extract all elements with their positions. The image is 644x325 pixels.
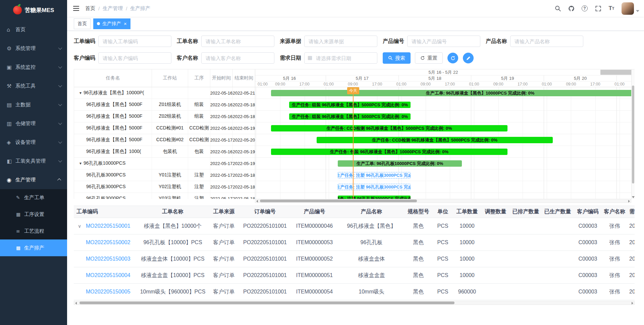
order-code-link[interactable]: MO202205150005 [86, 289, 130, 295]
sidebar-item-equipment-management[interactable]: ◈设备管理 [0, 133, 67, 152]
table-row[interactable]: ∨MO20220515000296孔孔板【10000】PCS客户订单PO2022… [74, 234, 635, 251]
work-order-code-input[interactable] [98, 36, 171, 47]
form-label: 工单名称 [177, 38, 198, 45]
sidebar-item-master-data[interactable]: ▤主数据 [0, 95, 67, 114]
gantt-bar[interactable]: 生产工单: 96孔孔板10000PCS 完成比例: 0% [338, 160, 462, 167]
sidebar-item-system-management[interactable]: ⚙系统管理 [0, 39, 67, 58]
order-code-cell: ∨MO202205150003 [74, 256, 138, 262]
gantt-table-row[interactable]: 96孔移液盒【黑色】5000FCCD检测#01CCD检测2022-05-1620… [74, 122, 255, 134]
sidebar-subitem-production-work-order[interactable]: ✎生产工单 [0, 189, 67, 206]
order-code-link[interactable]: MO202205150001 [86, 223, 130, 229]
start-time-cell: 2022-05-17 [210, 158, 233, 169]
scrollbar-thumb[interactable] [79, 302, 454, 304]
end-time-cell: 2022-05-18 [233, 181, 255, 193]
gantt-table-row[interactable]: 96孔孔板3000PCSY03注塑机注塑2022-05-172022-05-18 [74, 193, 255, 199]
gantt-table-row[interactable]: 96孔孔板3000PCSY02注塑机注塑2022-05-172022-05-18 [74, 181, 255, 193]
table-row[interactable]: ∨MO202205150004移液盒盒盖【10000】PCS客户订单PO2022… [74, 267, 635, 284]
table-row[interactable]: ∨MO202205150003移液盒盒体【10000】PCS客户订单PO2022… [74, 251, 635, 267]
gantt-table-row[interactable]: 96孔移液盒【黑色】5000FZ01组装机组装2022-05-162022-05… [74, 99, 255, 111]
orders-column-header: 客户编码 [574, 208, 602, 215]
gantt-bar[interactable]: 生产任务: 组装 96孔移液盒【黑色】5000PCS 完成比例: 0% [289, 102, 410, 108]
customer-code-input[interactable] [98, 52, 171, 64]
order-code-link[interactable]: MO202205150003 [86, 256, 130, 262]
form-label: 需求日期 [280, 55, 301, 62]
close-icon[interactable]: × [124, 21, 127, 26]
breadcrumb-item-home[interactable]: 首页 [85, 5, 95, 12]
breadcrumb-item-production-scheduling[interactable]: 生产排产 [130, 5, 150, 12]
scroll-left-arrow-icon[interactable] [256, 200, 258, 203]
gantt-table-row[interactable]: 96孔移液盒【黑色】5000FZ02组装机组装2022-05-162022-05… [74, 111, 255, 122]
refresh-circle-button[interactable] [447, 53, 458, 63]
expand-caret-icon[interactable]: ▾ [79, 91, 82, 95]
breadcrumb-item-production-management[interactable]: 生产管理 [103, 5, 123, 12]
scroll-left-arrow-icon[interactable] [75, 302, 77, 305]
gantt-bar[interactable]: 生产任务: CCD检测 96孔移液盒【黑色】5000PCS 完成比例: 0% [271, 125, 507, 131]
gantt-scrollbar-row [74, 199, 635, 203]
orders-column-header: 工单来源 [208, 208, 240, 215]
gantt-bar[interactable]: 生产任务: CCD检测 96孔移液盒【黑色】5000PCS 完成比例: 0% [317, 137, 553, 143]
gantt-bar[interactable]: 生产任务: 组装 96孔移液盒【黑色】5000PCS 完成比例: 0% [289, 113, 410, 120]
demand-date-input[interactable] [304, 52, 377, 64]
gantt-bar[interactable]: 生产任务: 包装 96孔移液盒【黑色】10000PCS 完成比例: 0% [271, 149, 507, 155]
avatar[interactable] [622, 2, 634, 15]
form-label: 工单编码 [74, 38, 95, 45]
sidebar-item-fixture-management[interactable]: ◧工装夹具管理 [0, 152, 67, 170]
input-wrap [407, 36, 480, 47]
source-doc-input[interactable] [304, 36, 377, 47]
reset-button[interactable]: 重置 [415, 52, 443, 64]
hour-label: 09:00 [345, 82, 360, 87]
day-label [616, 75, 631, 81]
fullscreen-icon[interactable] [591, 0, 605, 17]
product-name-input[interactable] [510, 36, 583, 47]
scroll-right-arrow-icon[interactable] [632, 302, 633, 305]
tab-home[interactable]: 首页 [74, 18, 91, 29]
sidebar-item-system-tools[interactable]: ⚒系统工具 [0, 76, 67, 95]
gantt-table-row[interactable]: ▾96孔孔板10000PCS2022-05-172022-05-19 [74, 158, 255, 169]
sidebar-item-home[interactable]: ⌂首页 [0, 20, 67, 39]
github-icon[interactable] [565, 0, 578, 17]
edit-circle-button[interactable] [463, 53, 474, 63]
input-wrap [201, 36, 274, 47]
avatar-dropdown-caret-icon[interactable] [636, 10, 639, 12]
sidebar-item-production-management[interactable]: ◉生产管理 [0, 170, 67, 189]
sidebar-toggle-button[interactable] [67, 0, 85, 17]
search-icon[interactable] [551, 0, 565, 17]
table-row[interactable]: ∨MO20220515000510mm吸头【960000】PCS客户订单PO20… [74, 284, 635, 300]
chevron-down-icon[interactable]: ∨ [78, 223, 86, 229]
tab-production-scheduling[interactable]: 生产排产 × [93, 18, 130, 29]
form-label: 客户名称 [177, 55, 198, 62]
sidebar-subitem-production-scheduling[interactable]: ▩生产排产 [0, 239, 67, 256]
process-cell [188, 87, 210, 99]
app-logo[interactable]: 苦糖果MES [0, 0, 67, 20]
gantt-bar-selected[interactable]: 生产任务: 注塑 96孔孔板3000PCS 完成 [338, 184, 411, 190]
font-size-icon[interactable]: TT [605, 0, 618, 17]
sidebar-item-system-monitoring[interactable]: ▣系统监控 [0, 58, 67, 76]
customer-name-input[interactable] [201, 52, 274, 64]
gantt-table-row[interactable]: 96孔移液盒【黑色】1000(包装机包装2022-05-162022-05-19 [74, 146, 255, 158]
sidebar-item-warehouse-management[interactable]: ▥仓储管理 [0, 114, 67, 133]
scrollbar-thumb[interactable] [260, 200, 417, 202]
product-code-input[interactable] [407, 36, 480, 47]
scrollbar-thumb[interactable] [632, 86, 634, 183]
gantt-table-row[interactable]: 96孔孔板3000PCSY01注塑机注塑2022-05-172022-05-18 [74, 169, 255, 181]
gantt-bar[interactable]: 生产任务: 注塑 96孔孔板3000PCS 完成比例: 0% [338, 196, 411, 199]
table-row[interactable]: ∨MO202205150001移液盒【黑色】10000个客户订单PO202205… [74, 218, 635, 234]
task-name-cell: 96孔孔板3000PCS [74, 169, 152, 181]
search-button[interactable]: 搜索 [383, 52, 411, 64]
gantt-table-row[interactable]: 96孔移液盒【黑色】5000FCCD检测#02CCD检测2022-05-1720… [74, 134, 255, 146]
table-cell: 960000 [453, 289, 481, 295]
gantt-bar[interactable]: 生产工单: 96孔移液盒【黑色】10000PCS 完成比例: 0% [271, 90, 631, 96]
order-code-link[interactable]: MO202205150002 [86, 239, 130, 246]
task-name: 96孔移液盒【黑色】5000F [86, 125, 142, 131]
scroll-down-arrow-icon[interactable] [632, 196, 635, 198]
gantt-bar-selected[interactable]: 生产任务: 注塑 96孔孔板3000PCS 完成 [338, 172, 411, 178]
sidebar-subitem-process-settings[interactable]: ▦工序设置 [0, 206, 67, 223]
task-name-cell: 96孔孔板3000PCS [74, 193, 152, 199]
gantt-table-row[interactable]: ▾96孔移液盒【黑色】10000P(2022-05-162022-05-21 [74, 87, 255, 99]
expand-caret-icon[interactable]: ▾ [79, 161, 82, 166]
work-order-name-input[interactable] [201, 36, 274, 47]
order-code-link[interactable]: MO202205150004 [86, 272, 130, 278]
scroll-right-arrow-icon[interactable] [628, 200, 630, 203]
help-icon[interactable]: ? [578, 0, 591, 17]
sidebar-subitem-process-flow[interactable]: ≡工艺流程 [0, 223, 67, 239]
